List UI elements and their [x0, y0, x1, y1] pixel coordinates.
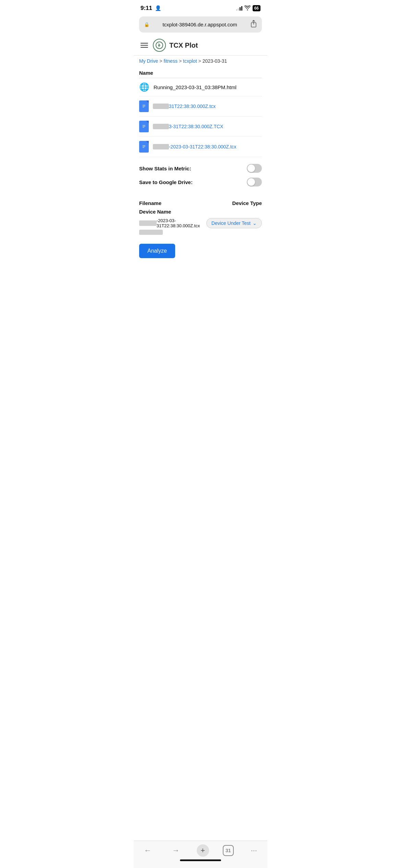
- settings-section: Show Stats in Metric: Save to Google Dri…: [139, 157, 262, 195]
- chevron-down-icon: ⌄: [253, 220, 257, 226]
- filename-visible-part: -2023-03-31T22:38:30.000Z.tcx: [157, 218, 206, 228]
- breadcrumb: My Drive > fitness > tcxplot > 2023-03-3…: [134, 56, 267, 67]
- device-type-dropdown[interactable]: Device Under Test ⌄: [206, 218, 262, 228]
- doc-icon: [139, 100, 149, 112]
- list-item: -2023-03-31T22:38:30.000Z.tcx: [139, 137, 262, 157]
- status-time: 9:11: [141, 5, 152, 12]
- save-gdrive-toggle[interactable]: [247, 178, 262, 186]
- analyze-button[interactable]: Analyze: [139, 244, 175, 258]
- lock-icon: 🔒: [144, 22, 149, 27]
- device-type-col-header: Device Type: [232, 200, 262, 206]
- device-name-blurred: [139, 230, 163, 235]
- device-name-label: Device Name: [139, 209, 262, 215]
- show-stats-toggle[interactable]: [247, 164, 262, 173]
- blurred-prefix-1: [153, 104, 169, 109]
- filename-col-header: Filename: [139, 200, 161, 206]
- show-stats-row: Show Stats in Metric:: [139, 164, 262, 173]
- doc-icon: [139, 121, 149, 132]
- globe-icon: 🌐: [139, 82, 149, 92]
- breadcrumb-tcxplot[interactable]: tcxplot: [183, 58, 197, 64]
- device-type-value: Device Under Test: [211, 220, 251, 226]
- filename-blurred-part: [139, 220, 157, 226]
- list-item: 🌐 Running_2023-03-31_03:38PM.html: [139, 78, 262, 96]
- signal-bars-icon: [236, 6, 242, 11]
- breadcrumb-mydrive[interactable]: My Drive: [139, 58, 158, 64]
- app-header: TCX Plot: [134, 35, 267, 56]
- share-icon[interactable]: [250, 20, 257, 29]
- main-content: Name 🌐 Running_2023-03-31_03:38PM.html 3…: [134, 67, 267, 299]
- tcx-file-2[interactable]: 3-31T22:38:30.000Z.TCX: [153, 124, 223, 129]
- tcx-link-3[interactable]: -2023-03-31T22:38:30.000Z.tcx: [169, 144, 236, 149]
- wifi-icon: [244, 5, 251, 11]
- tcx-link-2[interactable]: 3-31T22:38:30.000Z.TCX: [169, 124, 223, 129]
- html-file-name: Running_2023-03-31_03:38PM.html: [154, 84, 236, 90]
- breadcrumb-fitness[interactable]: fitness: [163, 58, 177, 64]
- breadcrumb-sep-2: >: [179, 58, 182, 64]
- save-gdrive-label: Save to Google Drive:: [139, 179, 193, 185]
- file-table-section: Filename Device Type Device Name -2023-0…: [139, 195, 262, 238]
- tcx-link-1[interactable]: 31T22:38:30.000Z.tcx: [169, 104, 216, 109]
- breadcrumb-sep-1: >: [159, 58, 162, 64]
- toggle-knob-gdrive: [247, 178, 255, 186]
- file-table-headers: Filename Device Type: [139, 200, 262, 206]
- breadcrumb-current: 2023-03-31: [203, 58, 227, 64]
- save-gdrive-row: Save to Google Drive:: [139, 178, 262, 186]
- breadcrumb-sep-3: >: [198, 58, 201, 64]
- address-bar[interactable]: 🔒 tcxplot-389406.de.r.appspot.com: [139, 16, 262, 33]
- table-filename-cell: -2023-03-31T22:38:30.000Z.tcx: [139, 218, 206, 228]
- status-icons: 66: [236, 5, 260, 11]
- blurred-prefix-2: [153, 124, 169, 129]
- blurred-prefix-3: [153, 144, 169, 149]
- app-logo: [153, 39, 166, 52]
- app-title: TCX Plot: [169, 41, 198, 49]
- url-text: tcxplot-389406.de.r.appspot.com: [152, 22, 247, 27]
- hamburger-menu-button[interactable]: [139, 41, 149, 49]
- doc-icon: [139, 141, 149, 153]
- status-bar: 9:11 👤 66: [134, 0, 267, 14]
- file-list-header: Name: [139, 67, 262, 78]
- tcx-file-3[interactable]: -2023-03-31T22:38:30.000Z.tcx: [153, 144, 236, 149]
- table-row: -2023-03-31T22:38:30.000Z.tcx Device Und…: [139, 218, 262, 228]
- list-item: 3-31T22:38:30.000Z.TCX: [139, 117, 262, 137]
- person-icon: 👤: [155, 5, 161, 11]
- svg-point-2: [158, 45, 159, 46]
- address-bar-wrap: 🔒 tcxplot-389406.de.r.appspot.com: [134, 14, 267, 35]
- battery-indicator: 66: [253, 5, 260, 11]
- list-item: 31T22:38:30.000Z.tcx: [139, 96, 262, 117]
- device-name-value: [139, 230, 262, 235]
- show-stats-label: Show Stats in Metric:: [139, 166, 191, 171]
- toggle-knob-stats: [247, 165, 255, 172]
- tcx-file-1[interactable]: 31T22:38:30.000Z.tcx: [153, 104, 216, 109]
